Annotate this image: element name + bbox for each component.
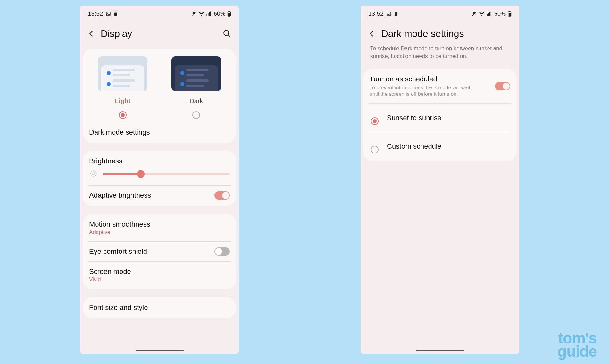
phone-display-settings: 13:52 60%	[80, 6, 239, 354]
page-description: To schedule Dark mode to turn on between…	[361, 45, 519, 65]
svg-rect-21	[387, 12, 391, 16]
gallery-icon	[106, 11, 111, 16]
status-bar: 13:52 60%	[361, 6, 519, 19]
dark-mode-settings-row[interactable]: Dark mode settings	[83, 122, 236, 142]
screen-mode-label: Screen mode	[89, 268, 131, 276]
battery-percent: 60%	[494, 11, 506, 17]
svg-rect-6	[210, 12, 211, 16]
option-sunset-label: Sunset to sunrise	[387, 114, 441, 122]
motion-smoothness-label: Motion smoothness	[89, 220, 150, 228]
font-size-row[interactable]: Font size and style	[83, 298, 236, 318]
svg-rect-25	[488, 13, 489, 16]
watermark-logo: tom's guide	[557, 332, 597, 358]
schedule-card: Turn on as scheduled To prevent interrup…	[363, 69, 517, 161]
display-options-card: Motion smoothness Adaptive Eye comfort s…	[83, 214, 236, 289]
svg-rect-24	[487, 14, 488, 16]
gesture-bar[interactable]	[416, 350, 464, 351]
page-header: Dark mode settings	[361, 19, 519, 45]
screen-mode-value: Vivid	[89, 277, 131, 283]
adaptive-brightness-toggle[interactable]	[214, 191, 230, 200]
wifi-icon	[198, 11, 204, 17]
svg-rect-0	[106, 12, 110, 16]
theme-card: Light Dark D	[83, 49, 236, 143]
svg-rect-29	[509, 11, 510, 12]
theme-label-dark: Dark	[189, 97, 203, 105]
svg-point-22	[388, 13, 388, 13]
svg-rect-8	[229, 11, 230, 12]
status-time: 13:52	[88, 10, 103, 17]
phone-dark-mode-settings: 13:52 60%	[361, 6, 519, 354]
svg-line-11	[228, 35, 230, 37]
theme-thumbnail-dark	[171, 56, 221, 91]
theme-option-light[interactable]: Light	[86, 56, 160, 119]
theme-option-dark[interactable]: Dark	[160, 56, 233, 119]
svg-line-17	[91, 171, 91, 171]
eye-comfort-row[interactable]: Eye comfort shield	[83, 242, 236, 261]
option-custom-label: Custom schedule	[387, 142, 441, 151]
option-sunset-row[interactable]: Sunset to sunrise	[363, 104, 517, 132]
brightness-card: Brightness Adaptive brightness	[83, 151, 236, 206]
mute-icon	[191, 11, 196, 17]
theme-selector: Light Dark	[83, 49, 236, 122]
theme-thumbnail-light	[98, 56, 147, 91]
option-custom-row[interactable]: Custom schedule	[363, 132, 517, 161]
adaptive-brightness-row[interactable]: Adaptive brightness	[83, 186, 236, 205]
search-button[interactable]	[223, 29, 231, 38]
svg-line-20	[95, 171, 96, 171]
page-header: Display	[80, 19, 239, 45]
battery-icon	[508, 11, 512, 17]
theme-label-light: Light	[115, 97, 130, 105]
svg-rect-3	[206, 14, 207, 16]
eye-comfort-label: Eye comfort shield	[89, 247, 147, 256]
brightness-icon	[89, 169, 97, 179]
dark-mode-settings-label: Dark mode settings	[89, 128, 150, 136]
status-time: 13:52	[368, 10, 384, 17]
svg-rect-9	[228, 13, 230, 16]
svg-rect-26	[489, 12, 490, 16]
svg-rect-30	[509, 13, 511, 16]
turn-on-scheduled-row[interactable]: Turn on as scheduled To prevent interrup…	[363, 69, 517, 104]
store-icon	[113, 11, 119, 16]
eye-comfort-toggle[interactable]	[214, 247, 230, 256]
svg-rect-27	[491, 12, 491, 16]
brightness-slider-row	[83, 167, 236, 185]
font-size-label: Font size and style	[89, 303, 148, 312]
option-custom-radio[interactable]	[371, 146, 379, 153]
status-bar: 13:52 60%	[80, 6, 239, 19]
svg-rect-5	[209, 12, 210, 16]
store-icon	[394, 11, 399, 16]
page-title: Display	[101, 28, 132, 39]
motion-smoothness-value: Adaptive	[89, 229, 150, 236]
gesture-bar[interactable]	[136, 350, 184, 351]
signal-icon	[206, 11, 212, 17]
wifi-icon	[479, 11, 485, 17]
signal-icon	[487, 11, 492, 17]
turn-on-scheduled-desc: To prevent interruptions, Dark mode will…	[370, 85, 475, 98]
battery-percent: 60%	[214, 11, 225, 17]
mute-icon	[471, 11, 477, 17]
theme-radio-dark[interactable]	[192, 111, 200, 119]
brightness-slider-knob[interactable]	[137, 170, 145, 178]
svg-point-1	[107, 13, 108, 13]
brightness-label: Brightness	[89, 157, 122, 165]
screen-mode-row[interactable]: Screen mode Vivid	[83, 262, 236, 289]
option-sunset-radio[interactable]	[371, 117, 379, 125]
font-card: Font size and style	[83, 297, 236, 318]
svg-point-12	[92, 172, 95, 175]
theme-radio-light[interactable]	[119, 111, 127, 119]
battery-icon	[227, 11, 231, 17]
turn-on-scheduled-toggle[interactable]	[495, 82, 510, 90]
svg-line-19	[91, 175, 91, 176]
svg-line-18	[95, 175, 96, 176]
back-button[interactable]	[368, 30, 375, 37]
page-title: Dark mode settings	[381, 28, 464, 39]
motion-smoothness-row[interactable]: Motion smoothness Adaptive	[83, 214, 236, 241]
brightness-slider[interactable]	[103, 173, 230, 175]
gallery-icon	[386, 11, 391, 16]
adaptive-brightness-label: Adaptive brightness	[89, 191, 151, 200]
back-button[interactable]	[88, 30, 95, 37]
turn-on-scheduled-label: Turn on as scheduled	[370, 75, 475, 83]
svg-rect-4	[208, 13, 208, 16]
brightness-header-row: Brightness	[83, 151, 236, 167]
